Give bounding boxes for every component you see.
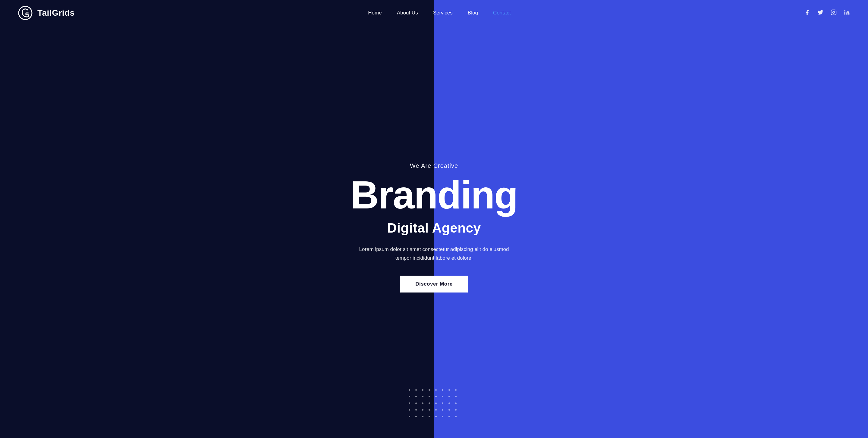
page-wrapper: TailGrids Home About Us Services Blog Co…: [0, 0, 868, 438]
nav-services[interactable]: Services: [433, 10, 453, 16]
svg-point-2: [833, 11, 835, 13]
svg-point-3: [835, 10, 835, 11]
social-links: [804, 9, 850, 17]
hero-agency: Digital Agency: [387, 221, 481, 236]
hero-title: Branding: [350, 175, 518, 214]
brand-name: TailGrids: [37, 8, 75, 18]
nav-about[interactable]: About Us: [397, 10, 418, 16]
nav-contact[interactable]: Contact: [493, 10, 511, 16]
twitter-icon[interactable]: [817, 9, 824, 17]
discover-more-button[interactable]: Discover More: [400, 276, 468, 293]
instagram-icon[interactable]: [831, 9, 837, 17]
hero-content: We Are Creative Branding Digital Agency …: [0, 17, 868, 438]
nav-blog[interactable]: Blog: [468, 10, 478, 16]
facebook-icon[interactable]: [804, 9, 810, 17]
hero-subtitle: We Are Creative: [410, 162, 458, 169]
svg-rect-1: [831, 10, 836, 15]
svg-point-4: [844, 10, 845, 10]
nav-links: Home About Us Services Blog Contact: [368, 10, 510, 16]
nav-home[interactable]: Home: [368, 10, 381, 16]
linkedin-icon[interactable]: [844, 9, 850, 17]
hero-description: Lorem ipsum dolor sit amet consectetur a…: [355, 245, 513, 263]
